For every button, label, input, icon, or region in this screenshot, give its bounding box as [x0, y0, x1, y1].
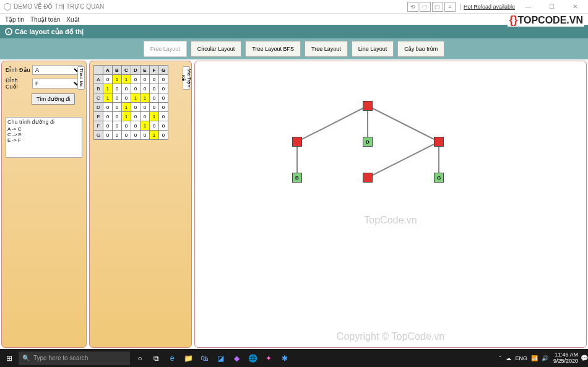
start-label: Đỉnh Đầu [6, 67, 30, 73]
tray-up-icon[interactable]: ˄ [499, 355, 502, 361]
matrix-cell: 1 [122, 75, 131, 84]
taskview-icon[interactable]: ⧉ [149, 352, 163, 365]
vscode-icon[interactable]: ◪ [213, 352, 228, 365]
maximize-button[interactable]: ☐ [542, 3, 561, 10]
matrix-row-header: B [94, 84, 103, 93]
layout-spanning-button[interactable]: Cây bao trùm [397, 41, 444, 57]
minimize-button[interactable]: — [519, 3, 537, 10]
matrix-cell: 0 [141, 131, 150, 140]
layout-line-button[interactable]: Line Layout [352, 41, 394, 57]
layout-circular-button[interactable]: Circular Layout [191, 41, 242, 57]
watermark-text: TopCode.vn [364, 215, 417, 226]
matrix-side-tab[interactable]: Ma Trận Kề [183, 66, 190, 90]
graph-node-F[interactable] [363, 173, 373, 183]
start-button[interactable]: ⊞ [0, 354, 19, 363]
section-title: Các layout của đồ thị [15, 28, 84, 36]
graph-node-B[interactable]: B [292, 173, 302, 183]
graph-node-G[interactable]: G [434, 173, 444, 183]
matrix-header: B [113, 66, 122, 75]
find-path-button[interactable]: Tìm đường đi [32, 93, 75, 105]
matrix-cell: 0 [131, 103, 141, 112]
graph-canvas[interactable]: DBG [195, 61, 586, 347]
titlebar: DEMO VẼ ĐỒ THỊ TRỰC QUAN ⟲⬚▢≡ Hot Reload… [0, 0, 588, 14]
section-header: ‹ Các layout của đồ thị [0, 25, 588, 38]
graph-node-C[interactable] [363, 101, 373, 111]
explorer-icon[interactable]: 📁 [181, 352, 196, 365]
adjacency-matrix: ABCDEFGA0110000B1000000C1001100D0010000E… [93, 65, 168, 140]
matrix-cell: 0 [131, 75, 141, 84]
app-icon-1[interactable]: ✦ [261, 352, 276, 365]
graph-node-D[interactable]: D [363, 137, 373, 147]
taskbar: ⊞ 🔍 Type here to search ○ ⧉ e 📁 🛍 ◪ ◆ 🌐 … [0, 349, 588, 367]
matrix-cell: 0 [150, 93, 159, 103]
layout-toolbar: Free Layout Circular Layout Tree Layout … [0, 38, 588, 59]
menu-algorithm[interactable]: Thuật toán [30, 16, 60, 23]
matrix-row-header: A [94, 75, 103, 84]
matrix-cell: 0 [141, 75, 150, 84]
menu-file[interactable]: Tập tin [5, 16, 24, 23]
matrix-row-header: D [94, 103, 103, 112]
matrix-cell: 1 [103, 93, 113, 103]
menubar: Tập tin Thuật toán Xuất [0, 14, 588, 25]
tray-wifi-icon[interactable]: 📶 [531, 355, 538, 361]
layout-treebfs-button[interactable]: Tree Layout BFS [245, 41, 301, 57]
matrix-cell: 1 [150, 112, 159, 121]
matrix-panel: Ma Trận Kề ABCDEFGA0110000B1000000C10011… [89, 61, 192, 348]
taskbar-search[interactable]: 🔍 Type here to search [19, 352, 130, 365]
matrix-cell: 0 [113, 121, 122, 131]
matrix-cell: 0 [159, 131, 168, 140]
matrix-cell: 1 [122, 103, 131, 112]
graph-node-E[interactable] [434, 137, 444, 147]
matrix-cell: 0 [159, 121, 168, 131]
matrix-cell: 0 [159, 75, 168, 84]
notification-icon[interactable]: 💬 [581, 355, 588, 361]
matrix-cell: 0 [122, 93, 131, 103]
matrix-row-header: G [94, 131, 103, 140]
matrix-cell: 0 [103, 112, 113, 121]
vs-icon[interactable]: ◆ [229, 352, 244, 365]
app-icon-2[interactable]: ✱ [277, 352, 292, 365]
matrix-header: A [103, 66, 113, 75]
matrix-cell: 0 [131, 84, 141, 93]
matrix-header: E [141, 66, 150, 75]
vs-debug-toolbar[interactable]: ⟲⬚▢≡ [407, 2, 456, 12]
matrix-cell: 0 [150, 75, 159, 84]
matrix-cell: 1 [141, 93, 150, 103]
search-placeholder: Type here to search [33, 355, 88, 361]
matrix-cell: 0 [113, 112, 122, 121]
path-title: Chu trình đường đi [7, 119, 80, 125]
path-line: A -> C [7, 126, 80, 132]
window-title: DEMO VẼ ĐỒ THỊ TRỰC QUAN [14, 3, 104, 10]
graph-node-A[interactable] [292, 137, 302, 147]
tray-sound-icon[interactable]: 🔊 [542, 355, 548, 361]
cortana-icon[interactable]: ○ [132, 352, 147, 365]
end-select[interactable]: F [32, 79, 82, 89]
layout-tree-button[interactable]: Tree Layout [305, 41, 348, 57]
matrix-cell: 0 [113, 131, 122, 140]
collapse-icon[interactable]: ‹ [5, 28, 12, 35]
start-select[interactable]: A [32, 65, 82, 75]
app-icon [4, 3, 11, 11]
matrix-cell: 1 [141, 121, 150, 131]
left-side-tab[interactable]: Thao tác [77, 66, 85, 90]
hot-reload-link[interactable]: Hot Reload available [460, 4, 515, 10]
matrix-row-header: E [94, 112, 103, 121]
left-panel: Thao tác Đỉnh Đầu A Đỉnh Cuối F Tìm đườn… [1, 61, 87, 348]
chrome-icon[interactable]: 🌐 [245, 352, 260, 365]
matrix-cell: 1 [122, 112, 131, 121]
menu-export[interactable]: Xuất [66, 16, 79, 23]
matrix-cell: 0 [131, 112, 141, 121]
matrix-cell: 0 [131, 121, 141, 131]
edge-icon[interactable]: e [165, 352, 179, 365]
layout-free-button[interactable]: Free Layout [144, 41, 187, 57]
system-tray[interactable]: ˄ ☁ ENG 📶 🔊 [494, 355, 553, 361]
content-area: Thao tác Đỉnh Đầu A Đỉnh Cuối F Tìm đườn… [0, 59, 588, 349]
matrix-cell: 0 [141, 112, 150, 121]
taskbar-clock[interactable]: 11:45 AM 9/25/2020 [553, 352, 581, 365]
close-button[interactable]: ✕ [566, 3, 584, 10]
tray-lang[interactable]: ENG [515, 355, 527, 361]
store-icon[interactable]: 🛍 [197, 352, 212, 365]
matrix-row-header: F [94, 121, 103, 131]
matrix-cell: 0 [113, 84, 122, 93]
tray-cloud-icon[interactable]: ☁ [506, 355, 511, 361]
